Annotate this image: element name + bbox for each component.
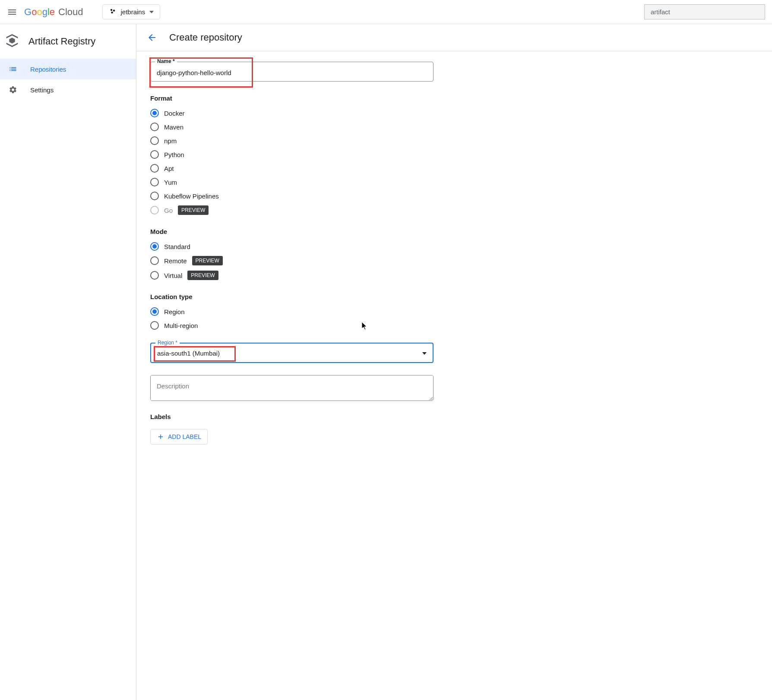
radio-option-virtual[interactable]: VirtualPREVIEW	[150, 268, 425, 283]
radio-circle	[150, 150, 159, 159]
preview-badge: PREVIEW	[192, 256, 223, 265]
plus-icon	[157, 433, 165, 441]
format-radio-group: DockerMavennpmPythonAptYumKubeflow Pipel…	[150, 106, 425, 218]
radio-label: Go	[164, 207, 173, 214]
search-input[interactable]: artifact	[644, 4, 765, 19]
mode-label: Mode	[150, 228, 425, 235]
radio-option-python[interactable]: Python	[150, 148, 425, 161]
project-icon	[109, 7, 117, 16]
radio-label: Region	[164, 308, 185, 315]
location-type-label: Location type	[150, 293, 425, 300]
gear-icon	[9, 85, 17, 94]
radio-circle	[150, 271, 159, 280]
radio-circle	[150, 256, 159, 265]
format-label: Format	[150, 95, 425, 102]
page-title: Create repository	[169, 32, 242, 43]
sidebar-title: Artifact Registry	[28, 36, 95, 47]
svg-point-2	[111, 12, 113, 14]
logo-text: Google	[24, 6, 55, 18]
radio-circle	[150, 206, 159, 214]
radio-label: Docker	[164, 110, 185, 117]
project-selector[interactable]: jetbrains	[102, 4, 161, 19]
chevron-down-icon	[149, 11, 154, 13]
mode-radio-group: StandardRemotePREVIEWVirtualPREVIEW	[150, 240, 425, 283]
sidebar: Artifact Registry Repositories Settings	[0, 24, 136, 700]
region-label: Region *	[155, 340, 180, 346]
radio-option-multi-region[interactable]: Multi-region	[150, 318, 425, 332]
region-section: Region * asia-south1 (Mumbai)	[150, 343, 425, 363]
google-cloud-logo[interactable]: Google Cloud	[24, 6, 83, 18]
radio-label: Python	[164, 151, 184, 158]
radio-label: Virtual	[164, 272, 182, 279]
logo-cloud-text: Cloud	[58, 6, 83, 18]
sidebar-header: Artifact Registry	[0, 24, 136, 59]
radio-option-maven[interactable]: Maven	[150, 120, 425, 134]
sidebar-item-settings[interactable]: Settings	[0, 79, 136, 100]
radio-label: Maven	[164, 123, 184, 131]
add-label-button[interactable]: ADD LABEL	[150, 429, 208, 445]
hamburger-icon	[7, 7, 17, 17]
preview-badge: PREVIEW	[187, 271, 218, 280]
arrow-back-icon	[147, 32, 157, 43]
sidebar-item-label: Repositories	[30, 66, 66, 73]
radio-circle	[150, 192, 159, 200]
region-value: asia-south1 (Mumbai)	[157, 350, 422, 357]
sidebar-item-repositories[interactable]: Repositories	[0, 59, 136, 79]
name-field-label: Name *	[155, 58, 177, 64]
labels-label: Labels	[150, 413, 425, 420]
sidebar-item-label: Settings	[30, 86, 54, 94]
create-repository-form: Name * Format DockerMavennpmPythonAptYum…	[136, 51, 439, 455]
region-select[interactable]: Region * asia-south1 (Mumbai)	[150, 343, 433, 363]
radio-circle	[150, 109, 159, 117]
radio-circle	[150, 164, 159, 173]
radio-option-apt[interactable]: Apt	[150, 161, 425, 175]
radio-option-docker[interactable]: Docker	[150, 106, 425, 120]
project-name: jetbrains	[121, 8, 146, 16]
radio-label: Kubeflow Pipelines	[164, 192, 219, 200]
radio-circle	[150, 242, 159, 251]
preview-badge: PREVIEW	[178, 205, 209, 215]
radio-circle	[150, 307, 159, 316]
radio-option-yum[interactable]: Yum	[150, 175, 425, 189]
main-header: Create repository	[136, 24, 772, 51]
radio-label: Remote	[164, 257, 187, 265]
name-section: Name *	[150, 62, 425, 82]
description-field[interactable]	[150, 375, 433, 401]
radio-label: Yum	[164, 179, 177, 186]
menu-button[interactable]	[7, 7, 17, 17]
back-button[interactable]	[147, 32, 157, 43]
main-layout: Artifact Registry Repositories Settings …	[0, 24, 772, 700]
radio-circle	[150, 321, 159, 330]
add-label-text: ADD LABEL	[168, 433, 201, 440]
radio-label: Standard	[164, 243, 190, 250]
radio-circle	[150, 123, 159, 131]
radio-option-region[interactable]: Region	[150, 305, 425, 318]
radio-label: npm	[164, 137, 177, 145]
name-input[interactable]	[157, 69, 427, 76]
location-type-radio-group: RegionMulti-region	[150, 305, 425, 332]
radio-option-npm[interactable]: npm	[150, 134, 425, 148]
radio-option-remote[interactable]: RemotePREVIEW	[150, 253, 425, 268]
svg-point-0	[110, 9, 112, 11]
radio-circle	[150, 178, 159, 186]
artifact-registry-icon	[3, 32, 21, 51]
search-value: artifact	[651, 8, 670, 16]
list-icon	[9, 65, 17, 73]
header: Google Cloud jetbrains artifact	[0, 0, 772, 24]
radio-label: Multi-region	[164, 322, 198, 329]
main-content: Create repository Name * Format DockerMa…	[136, 24, 772, 700]
radio-label: Apt	[164, 165, 174, 172]
radio-option-kubeflow-pipelines[interactable]: Kubeflow Pipelines	[150, 189, 425, 203]
radio-option-go: GoPREVIEW	[150, 203, 425, 218]
chevron-down-icon	[422, 352, 427, 355]
description-input[interactable]	[151, 375, 433, 400]
svg-point-1	[113, 9, 115, 12]
radio-option-standard[interactable]: Standard	[150, 240, 425, 253]
radio-circle	[150, 136, 159, 145]
name-field[interactable]: Name *	[150, 62, 433, 82]
